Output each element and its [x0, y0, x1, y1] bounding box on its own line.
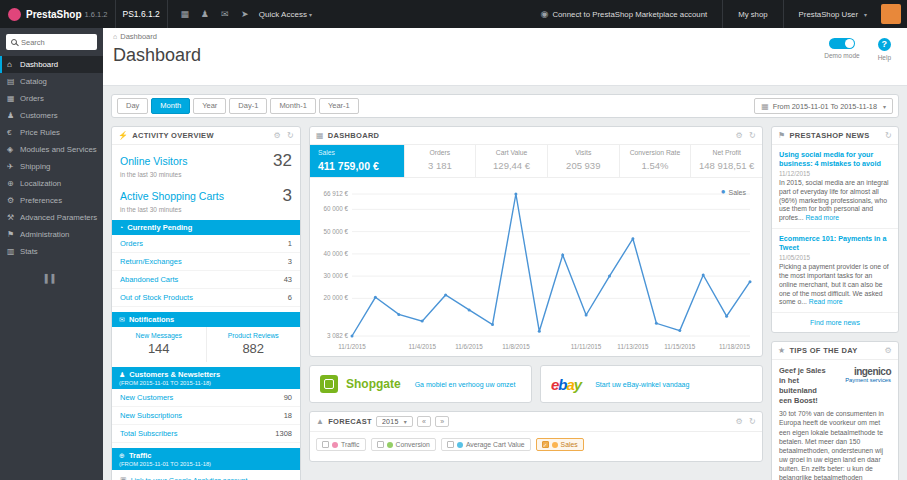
quick-access-menu[interactable]: Quick Access — [259, 10, 307, 19]
refresh-icon[interactable]: ↻ — [885, 131, 892, 140]
sidebar-item-localization[interactable]: ⊕ Localization — [0, 175, 103, 192]
forecast-legend-conversion[interactable]: Conversion — [371, 438, 436, 451]
filter-month-button[interactable]: Month — [151, 98, 190, 114]
total-subscribers-link[interactable]: Total Subscribers — [120, 429, 178, 438]
sidebar-item-orders[interactable]: ▦ Orders — [0, 90, 103, 107]
messages-notifications-icon[interactable]: ✉ — [215, 9, 235, 19]
gear-icon[interactable]: ⚙ — [736, 131, 743, 140]
user-menu[interactable]: PrestaShop User ▾ — [791, 0, 875, 28]
sidebar-item-preferences[interactable]: ⚙ Preferences — [0, 192, 103, 209]
checkbox-checked-icon: ✓ — [542, 441, 549, 448]
active-carts-label[interactable]: Active Shopping Carts — [120, 190, 224, 202]
sidebar-item-catalog[interactable]: ▤ Catalog — [0, 73, 103, 90]
new-subscriptions-link[interactable]: New Subscriptions — [120, 411, 182, 420]
online-visitors-value: 32 — [273, 151, 292, 171]
shopgate-logo-icon — [320, 375, 338, 393]
shopgate-link[interactable]: Ga mobiel en verhoog uw omzet — [415, 381, 516, 388]
collapse-sidebar-icon[interactable]: ▌▌ — [0, 274, 103, 283]
online-visitors-label[interactable]: Online Visitors — [120, 155, 188, 167]
activity-overview-panel: ⚡ ACTIVITY OVERVIEW ⚙ ↻ Online Visitors … — [111, 126, 301, 480]
notifications-cells: New Messages 144 Product Reviews 882 — [112, 327, 300, 362]
sidebar-search — [6, 34, 97, 50]
new-messages-cell[interactable]: New Messages 144 — [112, 327, 207, 362]
forecast-legend-average-cart-value[interactable]: Average Cart Value — [441, 438, 531, 451]
new-customers-link[interactable]: New Customers — [120, 393, 173, 402]
sidebar-item-administration[interactable]: ⚑ Administration — [0, 226, 103, 243]
new-subscriptions-row: New Subscriptions 18 — [112, 407, 300, 425]
svg-text:50 000 €: 50 000 € — [323, 228, 348, 235]
gear-icon[interactable]: ⚙ — [885, 346, 892, 355]
cart-notifications-icon[interactable]: ▦ — [175, 9, 195, 19]
kpi-visits[interactable]: Visits 205 939 — [548, 145, 620, 177]
svg-text:11/4/2015: 11/4/2015 — [408, 343, 436, 350]
filter-month-1-button[interactable]: Month-1 — [270, 98, 316, 114]
sidebar-item-price-rules[interactable]: € Price Rules — [0, 124, 103, 141]
gear-icon[interactable]: ⚙ — [274, 131, 281, 140]
demo-mode-toggle[interactable] — [829, 38, 855, 49]
stats-icon: ▥ — [7, 247, 20, 256]
refresh-icon[interactable]: ↻ — [749, 417, 756, 426]
tips-headline: Geef je Sales in het buitenland een Boos… — [779, 366, 829, 405]
filter-year-button[interactable]: Year — [193, 98, 226, 114]
new-customers-value: 90 — [284, 393, 292, 402]
read-more-link[interactable]: Read more — [809, 298, 843, 305]
forecast-legend-sales[interactable]: ✓ Sales — [536, 438, 584, 451]
shopgate-promo[interactable]: Shopgate Ga mobiel en verhoog uw omzet — [309, 365, 532, 403]
forecast-prev-button[interactable]: « — [417, 416, 431, 427]
online-visitors-subtitle: in the last 30 minutes — [120, 171, 292, 178]
date-range-picker[interactable]: ▦ From 2015-11-01 To 2015-11-18 ▾ — [754, 98, 893, 114]
out-of-stock-link[interactable]: Out of Stock Products — [120, 293, 193, 302]
news-headline-link[interactable]: Ecommerce 101: Payments in a Tweet — [779, 234, 891, 252]
forecast-icon: ▲ — [316, 417, 324, 426]
my-shop-link[interactable]: My shop — [730, 0, 775, 28]
search-input[interactable] — [21, 38, 91, 47]
customers-notifications-icon[interactable]: ♟ — [195, 9, 215, 19]
marketplace-link[interactable]: ◉ Connect to PrestaShop Marketplace acco… — [533, 0, 716, 28]
sidebar-item-dashboard[interactable]: ⌂ Dashboard — [0, 56, 103, 73]
sidebar-item-stats[interactable]: ▥ Stats — [0, 243, 103, 260]
conversion-dot-icon — [387, 442, 393, 448]
help-icon[interactable]: ? — [878, 38, 891, 51]
kpi-cart-value[interactable]: Cart Value 129,44 € — [476, 145, 548, 177]
sidebar-item-advanced-parameters[interactable]: ⚒ Advanced Parameters — [0, 209, 103, 226]
notifications-header: ✉ Notifications — [112, 312, 300, 327]
abandoned-carts-link[interactable]: Abandoned Carts — [120, 275, 178, 284]
kpi-conversion-rate[interactable]: Conversion Rate 1.54% — [620, 145, 692, 177]
read-more-link[interactable]: Read more — [805, 214, 839, 221]
ebay-link[interactable]: Start uw eBay-winkel vandaag — [595, 381, 689, 388]
svg-text:11/8/2015: 11/8/2015 — [502, 343, 530, 350]
forecast-year-select[interactable]: 2015 ▾ — [376, 416, 413, 427]
kpi-orders[interactable]: Orders 3 181 — [405, 145, 477, 177]
tips-top: Geef je Sales in het buitenland een Boos… — [772, 360, 898, 409]
kpi-net-profit[interactable]: Net Profit 148 918,51 € — [691, 145, 762, 177]
filter-day-1-button[interactable]: Day-1 — [229, 98, 267, 114]
main-content: ⌂ Dashboard Dashboard Demo mode ? Help D… — [103, 28, 907, 480]
ebay-promo[interactable]: ebay Start uw eBay-winkel vandaag — [540, 365, 763, 403]
gear-icon[interactable]: ⚙ — [736, 417, 743, 426]
find-more-news-link[interactable]: Find more news — [772, 313, 898, 332]
new-messages-value: 144 — [114, 341, 204, 356]
sidebar-item-shipping[interactable]: ✈ Shipping — [0, 158, 103, 175]
envelope-icon: ✉ — [119, 316, 125, 324]
kpi-sales[interactable]: Sales 411 759,00 € — [310, 145, 405, 177]
sidebar-item-label: Shipping — [20, 162, 50, 171]
sidebar-item-customers[interactable]: ♟ Customers — [0, 107, 103, 124]
sidebar-item-modules[interactable]: ◈ Modules and Services — [0, 141, 103, 158]
filter-day-button[interactable]: Day — [117, 98, 148, 114]
refresh-icon[interactable]: ↻ — [287, 131, 294, 140]
sales-line-chart: 3 082 €20 000 €30 000 €40 000 €50 000 €6… — [314, 184, 758, 352]
news-excerpt: In 2015, social media are an integral pa… — [779, 179, 891, 223]
legend-label: Sales — [728, 189, 746, 196]
avatar[interactable] — [881, 4, 901, 24]
forecast-legend-traffic[interactable]: Traffic — [316, 438, 366, 451]
news-icon: ⚑ — [778, 131, 785, 140]
refresh-icon[interactable]: ↻ — [749, 131, 756, 140]
filter-year-1-button[interactable]: Year-1 — [319, 98, 359, 114]
forecast-next-button[interactable]: » — [435, 416, 449, 427]
pending-orders-link[interactable]: Orders — [120, 239, 143, 248]
onboarding-icon[interactable]: ➤ — [235, 9, 255, 19]
pending-returns-link[interactable]: Return/Exchanges — [120, 257, 182, 266]
news-headline-link[interactable]: Using social media for your business: 4 … — [779, 150, 891, 168]
product-reviews-cell[interactable]: Product Reviews 882 — [207, 327, 301, 362]
google-analytics-link[interactable]: Link to your Google Analytics account — [131, 477, 248, 480]
